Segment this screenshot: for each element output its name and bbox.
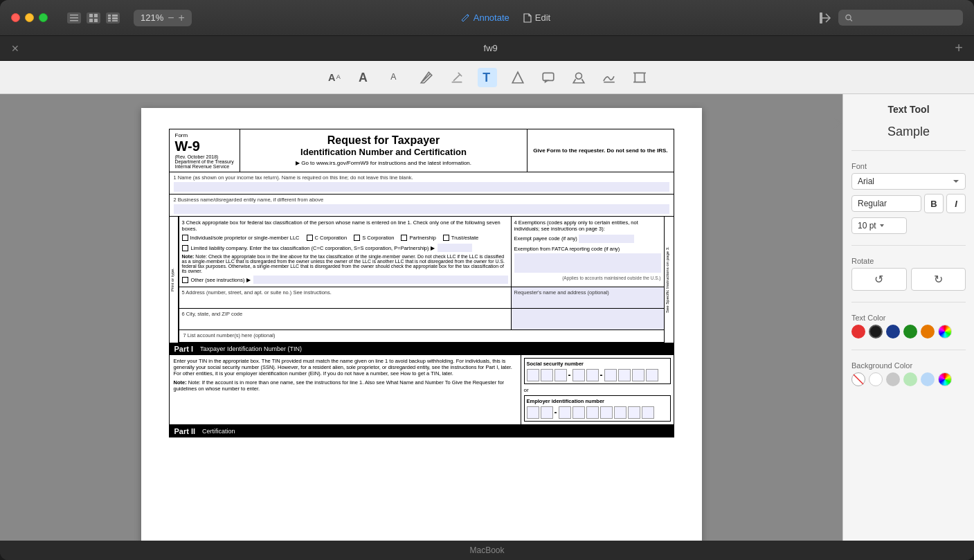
ein-digit5[interactable] <box>586 406 599 419</box>
style-select[interactable]: Regular <box>851 195 921 212</box>
city-right <box>512 309 664 329</box>
pen-icon[interactable] <box>417 68 436 87</box>
ssn-digit4[interactable] <box>572 369 585 381</box>
ein-digit6[interactable] <box>600 406 613 419</box>
bold-button[interactable]: B <box>924 194 944 213</box>
text-color-darkblue[interactable] <box>886 325 900 338</box>
field2-input[interactable] <box>174 204 669 214</box>
cb-llc-box[interactable] <box>182 245 188 251</box>
rotate-left-btn[interactable]: ↺ <box>851 268 907 291</box>
grid-view-btn[interactable] <box>87 12 100 24</box>
ssn-group2 <box>572 369 599 381</box>
exempt-payee-field[interactable] <box>579 235 634 243</box>
cb-scorp[interactable]: S Corporation <box>354 235 394 241</box>
zoom-in-btn[interactable]: + <box>179 12 185 24</box>
zoom-control[interactable]: 121% − + <box>134 10 192 26</box>
field1-input[interactable] <box>174 182 669 192</box>
cb-trust[interactable]: Trust/estate <box>443 235 478 241</box>
svg-rect-3 <box>89 14 93 17</box>
ssn-digit2[interactable] <box>541 369 553 381</box>
annotate-button[interactable]: Annotate <box>460 12 509 23</box>
svg-rect-12 <box>112 20 118 21</box>
shapes-icon[interactable] <box>508 68 527 87</box>
fatca-field[interactable] <box>514 253 661 273</box>
close-button[interactable] <box>11 13 20 22</box>
bg-color-picker[interactable] <box>938 372 952 386</box>
bg-lightgreen[interactable] <box>903 372 917 386</box>
text-tool-icon[interactable]: T <box>478 68 497 87</box>
cb-individual[interactable]: Individual/sole proprietor or single-mem… <box>182 235 300 241</box>
minimize-button[interactable] <box>25 13 34 22</box>
other-field[interactable] <box>253 276 508 284</box>
search-input[interactable] <box>857 12 956 23</box>
svg-point-14 <box>846 15 851 19</box>
ein-digit2[interactable] <box>541 406 553 419</box>
fatca-label: Exemption from FATCA reporting code (if … <box>514 246 661 252</box>
comment-icon[interactable] <box>539 68 558 87</box>
search-box[interactable] <box>838 10 963 26</box>
text-resize-icon[interactable]: A A <box>325 68 345 87</box>
ein-label: Employer identification number <box>527 398 668 404</box>
zoom-out-btn[interactable]: − <box>168 12 174 24</box>
highlight-icon[interactable] <box>447 68 467 87</box>
crop-icon[interactable] <box>630 68 649 87</box>
field7-label: 7 List account number(s) here (optional) <box>183 332 660 338</box>
form-irs: Internal Revenue Service <box>175 164 234 169</box>
ssn-digit9[interactable] <box>646 369 658 381</box>
text-color-picker[interactable] <box>938 325 952 338</box>
text-color-green[interactable] <box>903 325 917 338</box>
ssn-digit1[interactable] <box>527 369 539 381</box>
list-row: 7 List account number(s) here (optional) <box>179 330 665 343</box>
rotate-right-btn[interactable]: ↻ <box>911 268 966 291</box>
ein-digit1[interactable] <box>527 406 539 419</box>
ein-digit9[interactable] <box>642 406 654 419</box>
ssn-digit8[interactable] <box>632 369 644 381</box>
ssn-digit3[interactable] <box>554 369 567 381</box>
bg-white[interactable] <box>869 372 883 386</box>
ssn-fields: - - <box>527 369 668 381</box>
cb-individual-box[interactable] <box>182 235 188 241</box>
italic-button[interactable]: I <box>946 194 966 213</box>
edit-button[interactable]: Edit <box>523 12 550 23</box>
svg-text:A: A <box>336 73 341 80</box>
text-color-red[interactable] <box>851 325 865 338</box>
stamp-icon[interactable] <box>569 68 588 87</box>
tab-add-btn[interactable]: + <box>955 40 963 56</box>
pdf-viewer[interactable]: Form W-9 (Rev. October 2018) Department … <box>0 94 842 541</box>
text-color-orange[interactable] <box>921 325 935 338</box>
cb-ccorp-box[interactable] <box>307 235 313 241</box>
cb-individual-label: Individual/sole proprietor or single-mem… <box>190 235 300 241</box>
sidebar-toggle[interactable] <box>67 12 81 24</box>
text-color-black[interactable] <box>869 325 883 338</box>
ein-digit4[interactable] <box>572 406 585 419</box>
cb-scorp-box[interactable] <box>354 235 360 241</box>
ssn-box: Social security number - <box>524 358 671 384</box>
cb-partnership-box[interactable] <box>401 235 407 241</box>
cb-partnership[interactable]: Partnership <box>401 235 435 241</box>
fullscreen-button[interactable] <box>39 13 48 22</box>
size-select[interactable]: 10 pt <box>851 217 907 234</box>
svg-rect-7 <box>108 15 111 17</box>
ein-digit8[interactable] <box>628 406 640 419</box>
ssn-digit7[interactable] <box>618 369 631 381</box>
ein-digit3[interactable] <box>559 406 571 419</box>
text-small-icon[interactable]: A <box>386 68 406 87</box>
font-select[interactable]: Arial <box>851 173 966 190</box>
note-bold: Note: <box>182 254 196 259</box>
list-view-btn[interactable] <box>106 12 120 24</box>
ein-digit7[interactable] <box>614 406 626 419</box>
cb-trust-box[interactable] <box>443 235 449 241</box>
bg-lightgray[interactable] <box>886 372 900 386</box>
applies-note: (Applies to accounts maintained outside … <box>514 276 661 280</box>
signature-icon[interactable] <box>599 68 619 87</box>
bg-transparent[interactable] <box>851 372 865 386</box>
share-icon[interactable] <box>819 12 831 24</box>
llc-field[interactable] <box>438 244 472 252</box>
cb-ccorp[interactable]: C Corporation <box>307 235 348 241</box>
ssn-digit5[interactable] <box>586 369 599 381</box>
text-large-icon[interactable]: A <box>356 68 375 87</box>
ssn-digit6[interactable] <box>604 369 617 381</box>
bg-lightblue[interactable] <box>921 372 935 386</box>
tab-close-btn[interactable]: ✕ <box>11 43 19 54</box>
cb-other-box[interactable] <box>182 277 188 283</box>
